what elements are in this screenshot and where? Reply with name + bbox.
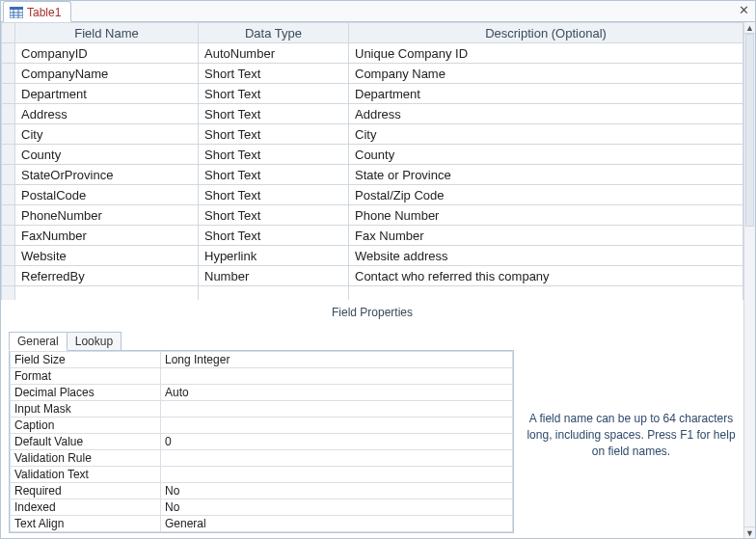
cell-field-name[interactable]: Website	[15, 246, 199, 266]
row-selector[interactable]	[2, 246, 15, 266]
cell-description[interactable]: Department	[349, 84, 743, 104]
property-value[interactable]: 0	[161, 434, 513, 450]
header-row: Field Name Data Type Description (Option…	[2, 23, 743, 43]
cell-description[interactable]: Company Name	[349, 64, 743, 84]
property-value[interactable]: No	[161, 499, 513, 516]
cell-description[interactable]: Unique Company ID	[349, 43, 743, 64]
row-selector[interactable]	[2, 286, 15, 301]
svg-rect-1	[10, 7, 23, 10]
cell-description[interactable]: Fax Number	[349, 226, 743, 246]
design-grid: Field Name Data Type Description (Option…	[1, 22, 743, 300]
cell-data-type[interactable]: Short Text	[199, 205, 349, 226]
cell-data-type[interactable]: Short Text	[199, 64, 349, 84]
table-row: CompanyNameShort TextCompany Name	[2, 64, 743, 84]
cell-field-name[interactable]: City	[15, 124, 199, 145]
cell-field-name[interactable]: StateOrProvince	[15, 165, 199, 185]
cell-description[interactable]: County	[349, 145, 743, 165]
row-selector[interactable]	[2, 266, 15, 286]
col-data-type[interactable]: Data Type	[199, 23, 349, 43]
cell-field-name[interactable]: Department	[15, 84, 199, 104]
scroll-down-icon[interactable]: ▼	[744, 526, 755, 538]
cell-field-name[interactable]: CompanyID	[15, 43, 199, 64]
table-row	[2, 286, 743, 301]
property-value[interactable]: Auto	[161, 385, 513, 401]
row-selector[interactable]	[2, 226, 15, 246]
row-selector[interactable]	[2, 145, 15, 165]
cell-description[interactable]: City	[349, 124, 743, 145]
tab-label: Table1	[27, 6, 61, 19]
property-name: Required	[11, 483, 161, 499]
cell-field-name[interactable]: ReferredBy	[15, 266, 199, 286]
table-row: CityShort TextCity	[2, 124, 743, 145]
cell-field-name[interactable]: FaxNumber	[15, 226, 199, 246]
property-row: Input Mask	[11, 401, 513, 418]
cell-data-type[interactable]: Number	[199, 266, 349, 286]
cell-description[interactable]: Contact who referred this company	[349, 266, 743, 286]
row-selector[interactable]	[2, 64, 15, 84]
property-row: Default Value0	[11, 434, 513, 450]
cell-data-type[interactable]	[199, 286, 349, 301]
cell-data-type[interactable]: Hyperlink	[199, 246, 349, 266]
cell-data-type[interactable]: Short Text	[199, 185, 349, 205]
table-icon	[10, 7, 23, 18]
property-name: Validation Text	[11, 467, 161, 483]
property-name: Default Value	[11, 434, 161, 450]
property-sheet: Field SizeLong IntegerFormatDecimal Plac…	[9, 350, 514, 533]
cell-data-type[interactable]: Short Text	[199, 145, 349, 165]
property-value[interactable]	[161, 368, 513, 385]
cell-description[interactable]	[349, 286, 743, 301]
property-value[interactable]	[161, 450, 513, 467]
cell-description[interactable]: Phone Number	[349, 205, 743, 226]
scroll-up-icon[interactable]: ▲	[744, 22, 755, 34]
property-value[interactable]: General	[161, 516, 513, 532]
cell-description[interactable]: Address	[349, 104, 743, 124]
cell-field-name[interactable]: CompanyName	[15, 64, 199, 84]
col-field-name[interactable]: Field Name	[15, 23, 199, 43]
row-selector[interactable]	[2, 104, 15, 124]
vertical-scrollbar[interactable]: ▲ ▼	[743, 22, 755, 538]
row-selector[interactable]	[2, 165, 15, 185]
help-text: A field name can be up to 64 characters …	[526, 411, 736, 459]
cell-data-type[interactable]: Short Text	[199, 165, 349, 185]
col-description[interactable]: Description (Optional)	[349, 23, 743, 43]
table-row: CountyShort TextCounty	[2, 145, 743, 165]
cell-field-name[interactable]: PostalCode	[15, 185, 199, 205]
property-value[interactable]	[161, 467, 513, 483]
row-selector[interactable]	[2, 124, 15, 145]
row-selector-header[interactable]	[2, 23, 15, 43]
cell-data-type[interactable]: Short Text	[199, 226, 349, 246]
property-row: Field SizeLong Integer	[11, 352, 513, 368]
table-row: AddressShort TextAddress	[2, 104, 743, 124]
row-selector[interactable]	[2, 205, 15, 226]
tab-general[interactable]: General	[9, 332, 68, 351]
cell-description[interactable]: Postal/Zip Code	[349, 185, 743, 205]
cell-data-type[interactable]: Short Text	[199, 84, 349, 104]
cell-field-name[interactable]: Address	[15, 104, 199, 124]
property-value[interactable]: No	[161, 483, 513, 499]
cell-field-name[interactable]: County	[15, 145, 199, 165]
cell-field-name[interactable]: PhoneNumber	[15, 205, 199, 226]
property-value[interactable]	[161, 418, 513, 434]
object-tab-table1[interactable]: Table1	[3, 1, 71, 22]
property-row: Validation Text	[11, 467, 513, 483]
cell-description[interactable]: State or Province	[349, 165, 743, 185]
property-name: Decimal Places	[11, 385, 161, 401]
close-icon[interactable]: ✕	[739, 4, 749, 16]
cell-data-type[interactable]: Short Text	[199, 104, 349, 124]
cell-data-type[interactable]: Short Text	[199, 124, 349, 145]
cell-description[interactable]: Website address	[349, 246, 743, 266]
row-selector[interactable]	[2, 84, 15, 104]
property-name: Validation Rule	[11, 450, 161, 467]
property-value[interactable]	[161, 401, 513, 418]
row-selector[interactable]	[2, 43, 15, 64]
fields-table: Field Name Data Type Description (Option…	[1, 22, 743, 300]
property-value[interactable]: Long Integer	[161, 352, 513, 368]
table-row: ReferredByNumberContact who referred thi…	[2, 266, 743, 286]
row-selector[interactable]	[2, 185, 15, 205]
property-tabs: GeneralLookup	[9, 331, 121, 350]
scroll-thumb[interactable]	[745, 34, 754, 227]
cell-data-type[interactable]: AutoNumber	[199, 43, 349, 64]
tab-lookup[interactable]: Lookup	[67, 332, 122, 351]
property-name: Field Size	[11, 352, 161, 368]
cell-field-name[interactable]	[15, 286, 199, 301]
